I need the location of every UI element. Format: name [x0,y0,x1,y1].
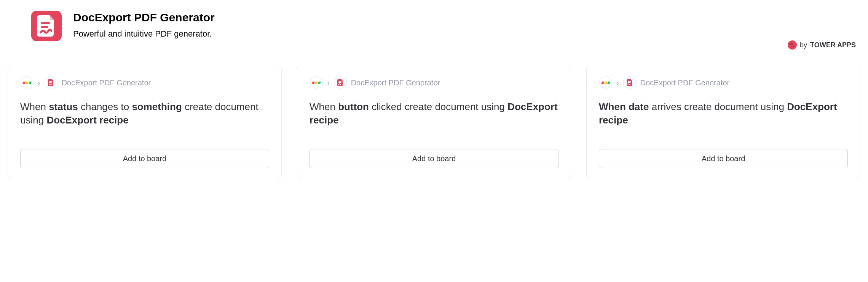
vendor-by: by [800,41,807,49]
svg-rect-16 [628,82,630,83]
monday-app-icon [20,76,34,90]
automation-card: › DocExport PDF Generator When status ch… [8,65,282,179]
chevron-right-icon: › [616,79,619,87]
monday-app-icon [310,76,323,90]
automation-card: › DocExport PDF Generator When button cl… [297,65,571,179]
document-icon [337,79,343,86]
svg-rect-7 [49,81,52,82]
svg-rect-11 [338,81,341,82]
vendor-link[interactable]: by TOWER APPS [788,40,856,50]
document-icon [627,79,633,86]
monday-logo-icon [313,82,321,84]
chevron-right-icon: › [38,79,40,87]
chevron-right-icon: › [327,79,330,87]
svg-rect-1 [41,26,48,28]
app-icon [31,11,62,41]
monday-app-icon [599,76,613,90]
automation-sentence[interactable]: When status changes to something create … [20,100,269,140]
breadcrumb-app-name: DocExport PDF Generator [62,79,151,87]
monday-logo-icon [23,82,31,84]
document-icon [48,79,54,86]
card-breadcrumb: › DocExport PDF Generator [310,76,558,90]
docexport-app-icon [44,76,58,90]
cards-row: › DocExport PDF Generator When status ch… [8,65,860,179]
breadcrumb-app-name: DocExport PDF Generator [640,79,730,87]
header-text: DocExport PDF Generator Powerful and int… [73,11,215,39]
docexport-app-icon [623,76,637,90]
add-to-board-button[interactable]: Add to board [599,149,848,168]
docexport-app-icon [333,76,347,90]
app-title: DocExport PDF Generator [73,11,215,24]
card-breadcrumb: › DocExport PDF Generator [599,76,848,90]
vendor-badge-icon [788,40,797,50]
header-left: DocExport PDF Generator Powerful and int… [31,11,215,41]
automation-sentence[interactable]: When button clicked create document usin… [310,100,558,140]
automation-sentence[interactable]: When date arrives create document using … [599,100,848,140]
document-icon [37,15,56,37]
vendor-name: TOWER APPS [810,41,856,49]
add-to-board-button[interactable]: Add to board [20,149,269,168]
app-subtitle: Powerful and intuitive PDF generator. [73,29,215,39]
svg-rect-0 [41,22,50,24]
svg-rect-15 [628,81,631,82]
svg-rect-8 [49,82,52,83]
add-to-board-button[interactable]: Add to board [310,149,558,168]
automation-card: › DocExport PDF Generator When date arri… [586,65,860,179]
page-header: DocExport PDF Generator Powerful and int… [8,11,860,65]
monday-logo-icon [602,82,610,84]
card-breadcrumb: › DocExport PDF Generator [20,76,269,90]
svg-rect-12 [338,82,341,83]
breadcrumb-app-name: DocExport PDF Generator [351,79,440,87]
